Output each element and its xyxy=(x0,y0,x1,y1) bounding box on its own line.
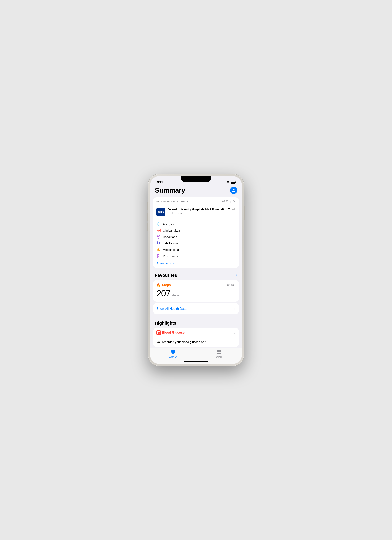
nhs-org-subtitle: Health for me xyxy=(168,212,235,215)
show-records-container: Show records xyxy=(153,260,239,268)
tab-browse[interactable]: Browse xyxy=(196,349,242,358)
browse-tab-icon xyxy=(216,349,222,355)
show-all-label: Show All Health Data xyxy=(156,307,186,311)
status-icons xyxy=(221,181,236,184)
svg-line-8 xyxy=(159,223,160,223)
steps-card[interactable]: 🔥 Steps 09:16 › 207steps xyxy=(153,280,239,302)
battery-fill xyxy=(231,182,235,183)
list-item: Allergies xyxy=(156,221,236,227)
tab-summary[interactable]: Summary xyxy=(150,349,196,358)
svg-line-7 xyxy=(159,225,160,225)
home-indicator xyxy=(184,361,208,362)
blood-glucose-icon-inner xyxy=(158,332,160,334)
health-records-time-close: 09:33 | ✕ xyxy=(222,200,236,203)
svg-rect-13 xyxy=(159,242,160,244)
blood-glucose-chevron-icon: › xyxy=(234,330,236,335)
steps-unit: steps xyxy=(171,293,179,297)
health-records-card: HEALTH RECORDS UPDATE 09:33 | ✕ NHS Oxfo… xyxy=(153,197,239,268)
nhs-logo-text: NHS xyxy=(158,210,164,214)
battery-body xyxy=(231,181,236,184)
wifi-icon xyxy=(226,181,229,184)
svg-point-16 xyxy=(158,249,159,250)
grid-icon xyxy=(217,350,221,354)
wifi-dot xyxy=(228,183,228,184)
steps-title-group: 🔥 Steps xyxy=(156,283,171,287)
steps-time: 09:16 xyxy=(227,284,234,287)
signal-icon xyxy=(221,181,225,184)
battery-icon xyxy=(231,181,236,184)
show-records-button[interactable]: Show records xyxy=(156,262,175,265)
svg-rect-20 xyxy=(158,254,159,255)
steps-header-row: 🔥 Steps 09:16 › xyxy=(156,283,236,287)
highlights-title: Highlights xyxy=(155,321,176,326)
list-item: Procedures xyxy=(156,253,236,259)
summary-tab-icon xyxy=(170,349,176,355)
phone-screen: 09:41 Summary xyxy=(150,176,242,364)
edit-button[interactable]: Edit xyxy=(231,274,237,277)
favourites-title: Favourites xyxy=(155,273,177,278)
screen-content: Summary HEALTH RECORDS UPDATE 09:33 | ✕ xyxy=(150,185,242,352)
svg-line-9 xyxy=(158,225,158,225)
nhs-row: NHS Oxford University Hospitals NHS Foun… xyxy=(153,205,239,219)
fire-icon: 🔥 xyxy=(156,283,161,287)
clinical-vitals-label: Clinical Vitals xyxy=(163,229,181,232)
health-records-header: HEALTH RECORDS UPDATE 09:33 | ✕ xyxy=(153,197,239,205)
list-item: Lab Results xyxy=(156,240,236,246)
profile-icon xyxy=(231,188,236,193)
page-header: Summary xyxy=(150,185,242,197)
blood-glucose-title-group: Blood Glucose xyxy=(156,330,185,335)
conditions-icon xyxy=(156,235,161,239)
show-all-chevron-icon: › xyxy=(234,306,236,311)
health-records-time: 09:33 xyxy=(222,200,228,203)
clinical-vitals-icon xyxy=(156,228,161,233)
nhs-org-name: Oxford University Hospitals NHS Foundati… xyxy=(168,208,235,211)
categories-list: Allergies Clinical Vitals xyxy=(153,219,239,260)
steps-title: Steps xyxy=(162,283,171,287)
page-title: Summary xyxy=(155,186,185,194)
phone-frame: 09:41 Summary xyxy=(148,174,244,366)
battery-tip xyxy=(236,182,236,183)
steps-value-row: 207steps xyxy=(156,288,236,298)
profile-button[interactable] xyxy=(230,187,237,194)
list-item: Conditions xyxy=(156,234,236,240)
lab-results-icon xyxy=(156,241,161,245)
blood-glucose-title: Blood Glucose xyxy=(162,331,185,334)
steps-value: 207 xyxy=(156,288,171,298)
steps-time-arrow: 09:16 › xyxy=(227,283,236,287)
show-all-card[interactable]: Show All Health Data › xyxy=(153,303,239,314)
chevron-right-icon: › xyxy=(235,283,236,287)
close-button[interactable]: ✕ xyxy=(233,200,236,203)
lab-results-label: Lab Results xyxy=(163,242,179,245)
notch xyxy=(181,176,211,182)
svg-rect-12 xyxy=(157,241,158,244)
svg-point-17 xyxy=(157,249,158,250)
conditions-label: Conditions xyxy=(163,235,177,239)
blood-glucose-description: You recorded your blood glucose on 16 xyxy=(153,337,239,347)
medications-icon xyxy=(156,247,161,252)
heart-icon xyxy=(171,350,176,355)
blood-glucose-card[interactable]: Blood Glucose › You recorded your blood … xyxy=(153,328,239,347)
list-item: Medications xyxy=(156,246,236,253)
medications-label: Medications xyxy=(163,248,179,251)
nhs-info: Oxford University Hospitals NHS Foundati… xyxy=(168,208,235,215)
favourites-header: Favourites Edit xyxy=(150,270,242,280)
allergies-label: Allergies xyxy=(163,222,174,226)
nhs-logo: NHS xyxy=(156,208,165,216)
svg-point-18 xyxy=(159,250,160,250)
blood-glucose-header-row: Blood Glucose › xyxy=(153,328,239,337)
blood-glucose-icon xyxy=(156,330,161,335)
procedures-label: Procedures xyxy=(163,254,178,258)
svg-line-6 xyxy=(158,223,158,223)
summary-tab-label: Summary xyxy=(169,356,177,358)
procedures-icon xyxy=(156,254,161,258)
svg-point-1 xyxy=(158,224,159,224)
health-records-label: HEALTH RECORDS UPDATE xyxy=(156,200,188,203)
highlights-header: Highlights xyxy=(150,317,242,328)
list-item: Clinical Vitals xyxy=(156,227,236,234)
status-time: 09:41 xyxy=(156,180,163,184)
svg-point-11 xyxy=(158,236,159,237)
browse-tab-label: Browse xyxy=(216,356,222,358)
allergies-icon xyxy=(156,222,161,226)
pipe-separator: | xyxy=(230,200,231,203)
